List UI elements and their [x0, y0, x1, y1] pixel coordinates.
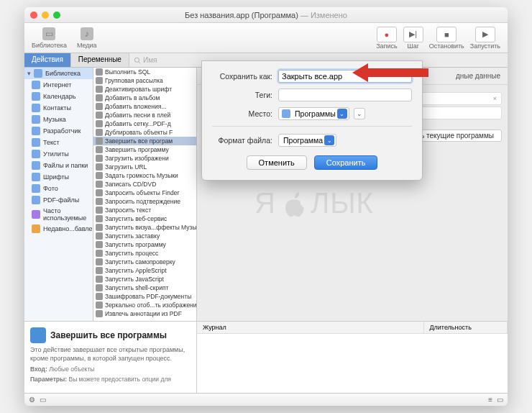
tab-variables[interactable]: Переменные — [71, 53, 129, 67]
action-icon — [96, 112, 103, 119]
minimize-window-button[interactable] — [42, 12, 49, 19]
status-bar: ⚙ ▭ ≡ ▭ — [24, 393, 508, 406]
sidebar-item-label: Разработчик — [43, 127, 81, 135]
action-label: Загрузить изображени — [105, 155, 169, 162]
action-item[interactable]: Запросить текст — [93, 206, 196, 214]
action-item[interactable]: Загрузить URL — [93, 163, 196, 171]
save-button[interactable]: Сохранить — [314, 155, 378, 170]
action-item[interactable]: Запустить визуа...ффекты Музыки — [93, 223, 196, 232]
format-popup[interactable]: Программа ⌄ — [278, 134, 336, 147]
action-icon — [96, 163, 103, 171]
sidebar-item-2[interactable]: Календарь — [24, 91, 93, 102]
chevron-updown-icon: ⌄ — [337, 109, 347, 119]
library-toolbar-item[interactable]: ▭ Библиотека — [32, 27, 67, 49]
sidebar-item-12[interactable]: Часто используемые — [24, 206, 93, 223]
log-column-duration[interactable]: Длительность — [424, 322, 508, 333]
folder-icon — [32, 92, 40, 101]
zoom-window-button[interactable] — [53, 12, 60, 19]
where-popup[interactable]: Программы ⌄ — [278, 107, 349, 120]
sidebar-item-1[interactable]: Интернет — [24, 79, 93, 91]
action-item[interactable]: Запустить программу — [93, 240, 196, 249]
action-item[interactable]: Запросить объекты Finder — [93, 189, 196, 197]
action-label: Записать CD/DVD — [105, 181, 156, 188]
sidebar-item-4[interactable]: Музыка — [24, 114, 93, 125]
action-item[interactable]: Завершить программу — [93, 145, 196, 154]
dock-icon[interactable]: ▭ — [497, 396, 503, 404]
where-label: Место: — [212, 109, 278, 118]
action-item[interactable]: Дублировать объекты F — [93, 128, 196, 137]
sidebar-item-9[interactable]: Шрифты — [24, 171, 93, 183]
action-label: Запросить текст — [105, 206, 151, 214]
action-label: Запустить заставку — [105, 232, 160, 240]
action-item[interactable]: Задать громкость Музыки — [93, 171, 196, 180]
media-toolbar-item[interactable]: ♪ Медиа — [77, 27, 97, 49]
action-item[interactable]: Запустить JavaScript — [93, 275, 196, 283]
gear-icon[interactable]: ⚙ — [29, 396, 35, 404]
cancel-button[interactable]: Отменить — [247, 155, 307, 170]
tab-actions[interactable]: Действия — [24, 53, 71, 67]
action-icon — [96, 258, 103, 266]
disclosure-triangle-icon[interactable]: ▾ — [27, 70, 31, 77]
expand-save-sheet-button[interactable]: ⌄ — [354, 108, 365, 119]
folder-icon — [32, 81, 40, 89]
tags-input[interactable] — [278, 88, 412, 101]
view-toggle-icon[interactable]: ▭ — [40, 396, 46, 404]
folder-icon — [32, 173, 40, 181]
action-item[interactable]: Добавить вложения... — [93, 102, 196, 111]
sidebar-item-7[interactable]: Утилиты — [24, 148, 93, 160]
sidebar-item-10[interactable]: Фото — [24, 183, 93, 194]
action-item[interactable]: Запустить заставку — [93, 232, 196, 240]
action-item[interactable]: Добавить песни в плей — [93, 111, 196, 119]
tags-label: Теги: — [212, 91, 278, 99]
log-column-journal[interactable]: Журнал — [197, 322, 424, 333]
action-item[interactable]: Запустить shell-скрипт — [93, 283, 196, 292]
close-icon[interactable]: × — [493, 95, 497, 102]
action-icon — [96, 155, 103, 162]
window-controls — [30, 12, 60, 19]
action-item[interactable]: Добавить в альбом — [93, 94, 196, 102]
save-as-input[interactable] — [278, 70, 412, 83]
toolbar: ▭ Библиотека ♪ Медиа ● Запись ▶| Шаг ■ О… — [24, 23, 508, 53]
action-item[interactable]: Запросить подтверждение — [93, 197, 196, 206]
sidebar-item-11[interactable]: PDF-файлы — [24, 194, 93, 206]
action-item[interactable]: Запустить самопроверку — [93, 258, 196, 266]
sidebar-item-3[interactable]: Контакты — [24, 102, 93, 114]
action-icon — [96, 310, 103, 317]
run-button[interactable]: ▶ — [475, 27, 495, 42]
sidebar-item-label: Календарь — [43, 93, 75, 100]
action-label: Запустить визуа...ффекты Музыки — [105, 224, 196, 231]
search-placeholder: Имя — [143, 56, 157, 64]
sidebar-item-label: Часто используемые — [43, 207, 90, 222]
action-item[interactable]: Выполнить SQL — [93, 68, 196, 76]
action-item[interactable]: Запустить веб-сервис — [93, 214, 196, 223]
action-item[interactable]: Загрузить изображени — [93, 154, 196, 163]
sidebar-item-label: Файлы и папки — [43, 162, 88, 169]
format-label: Формат файла: — [212, 136, 278, 145]
action-item[interactable]: Запустить процесс — [93, 249, 196, 258]
sidebar-item-5[interactable]: Разработчик — [24, 125, 93, 137]
close-window-button[interactable] — [30, 12, 37, 19]
step-button[interactable]: ▶| — [403, 27, 423, 42]
sidebar-item-8[interactable]: Файлы и папки — [24, 160, 93, 171]
action-icon — [96, 224, 103, 231]
action-item[interactable]: Зеркально отоб...ть изображения — [93, 301, 196, 309]
action-item[interactable]: Групповая рассылка — [93, 76, 196, 85]
action-item[interactable]: Зашифровать PDF-документы — [93, 292, 196, 301]
action-item[interactable]: Запустить AppleScript — [93, 266, 196, 275]
record-button[interactable]: ● — [377, 27, 397, 42]
action-item[interactable]: Завершить все програм — [93, 137, 196, 145]
sidebar-item-label: Утилиты — [43, 150, 69, 158]
action-label: Запустить AppleScript — [105, 267, 167, 274]
sidebar-item-13[interactable]: Недавно...бавленные — [24, 223, 93, 235]
sidebar-item-label: Фото — [43, 185, 58, 192]
action-item[interactable]: Извлечь аннотации из PDF — [93, 309, 196, 318]
stop-button[interactable]: ■ — [436, 27, 457, 42]
sidebar-item-6[interactable]: Текст — [24, 137, 93, 148]
automator-window: Без названия.app (Программа) — Изменено … — [24, 7, 508, 406]
action-item[interactable]: Добавить сетку...PDF-д — [93, 119, 196, 128]
action-item[interactable]: Деактивировать шрифт — [93, 85, 196, 94]
log-view-icon[interactable]: ≡ — [488, 396, 492, 404]
sidebar-item-0[interactable]: ▾Библиотека — [24, 68, 93, 79]
action-item[interactable]: Записать CD/DVD — [93, 180, 196, 189]
folder-icon — [32, 196, 40, 204]
